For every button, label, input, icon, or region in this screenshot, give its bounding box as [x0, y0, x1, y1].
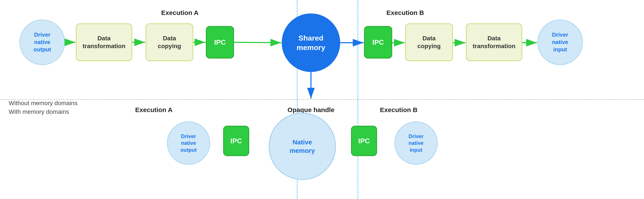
diagram-container: Without memory domains With memory domai… — [0, 0, 644, 199]
bottom-arrows — [0, 100, 644, 199]
svg-line-5 — [234, 42, 281, 43]
top-arrows — [0, 0, 644, 100]
